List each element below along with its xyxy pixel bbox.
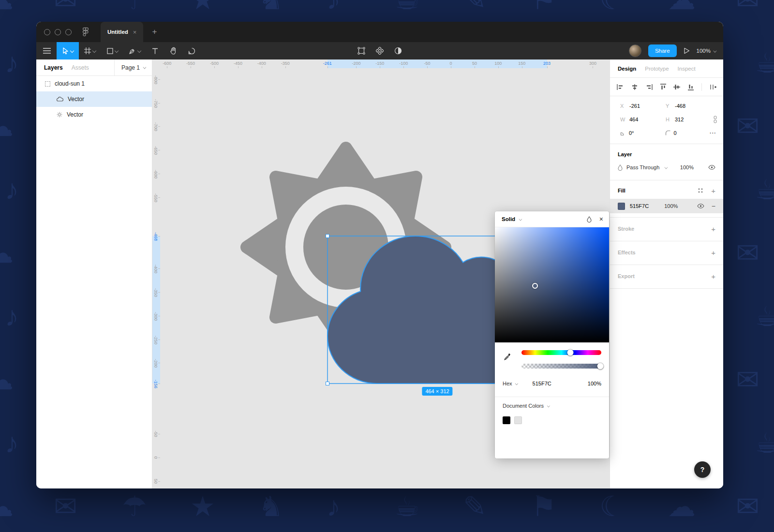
rectangle-icon (107, 48, 113, 54)
comment-tool-button[interactable] (182, 42, 201, 59)
corner-radius-icon (665, 130, 671, 136)
layer-visibility-eye-icon[interactable] (708, 165, 715, 170)
layer-row-cloud[interactable]: Vector (36, 91, 152, 107)
hex-value-input[interactable]: 515F7C (533, 381, 551, 386)
ruler-horizontal[interactable]: -600-550-500-450-400-350-261-200-150-100… (152, 59, 610, 68)
color-format-select[interactable]: Hex (503, 381, 518, 386)
page-selector[interactable]: Page 1 (114, 59, 146, 75)
layer-section: Layer Pass Through 100% (610, 144, 723, 180)
selection-handle-bl[interactable] (326, 382, 329, 385)
pen-tool-button[interactable] (123, 42, 146, 59)
paint-type-select[interactable]: Solid (502, 216, 522, 222)
ruler-label: -300 (153, 312, 158, 320)
menu-button[interactable] (37, 42, 57, 59)
blend-icon[interactable] (587, 216, 592, 222)
wallpaper-glyph-icon: ★ (190, 490, 215, 523)
add-stroke-button[interactable]: + (711, 225, 715, 233)
width-input[interactable]: 464 (629, 117, 638, 122)
tab-inspect[interactable]: Inspect (678, 66, 696, 72)
more-options-button[interactable]: ··· (710, 130, 716, 136)
align-top-icon[interactable] (660, 84, 666, 90)
align-left-icon[interactable] (617, 84, 624, 90)
document-colors-header[interactable]: Document Colors (503, 403, 550, 409)
alpha-slider[interactable] (521, 364, 601, 369)
tidy-up-icon[interactable] (710, 84, 716, 90)
pen-tool-chevron-icon[interactable] (137, 49, 141, 53)
new-tab-button[interactable]: + (152, 27, 157, 37)
add-export-button[interactable]: + (711, 272, 715, 281)
wallpaper-glyph-icon: ☁ (0, 110, 14, 143)
alpha-slider-handle[interactable] (597, 363, 603, 369)
document-color-swatch[interactable] (514, 416, 522, 424)
blend-mode-select[interactable]: Pass Through (626, 164, 659, 170)
layer-opacity-input[interactable]: 100% (680, 164, 694, 170)
share-button[interactable]: Share (648, 44, 677, 57)
ruler-label: 0 (153, 454, 158, 461)
toolbar-right: Share 100% (629, 42, 716, 59)
fill-opacity-input[interactable]: 100% (664, 203, 678, 209)
styles-icon[interactable] (698, 188, 703, 193)
tab-layers[interactable]: Layers (44, 64, 63, 71)
selection-handle-tl[interactable] (326, 235, 329, 238)
window-close-button[interactable] (44, 29, 50, 35)
y-input[interactable]: -468 (675, 103, 685, 109)
hue-slider-handle[interactable] (567, 350, 574, 356)
alignment-toolbar (610, 78, 723, 96)
help-button[interactable]: ? (694, 461, 711, 478)
height-input[interactable]: 312 (675, 117, 684, 122)
shape-tool-button[interactable] (101, 42, 123, 59)
tab-close-icon[interactable]: × (133, 29, 137, 36)
frame-tool-chevron-icon[interactable] (92, 49, 96, 53)
tab-assets[interactable]: Assets (72, 64, 89, 71)
tab-design[interactable]: Design (618, 66, 636, 72)
document-color-swatch[interactable] (503, 416, 510, 424)
align-bottom-icon[interactable] (688, 84, 694, 90)
move-tool-chevron-icon[interactable] (70, 49, 74, 53)
fill-hex-input[interactable]: 515F7C (630, 203, 649, 209)
zoom-level: 100% (697, 48, 711, 54)
picker-opacity-input[interactable]: 100% (588, 381, 601, 386)
corner-radius-input[interactable]: 0 (674, 130, 677, 136)
shape-tool-chevron-icon[interactable] (115, 49, 118, 53)
edit-object-button[interactable] (357, 42, 365, 59)
hue-slider[interactable] (521, 350, 601, 355)
add-effect-button[interactable]: + (711, 249, 715, 257)
main-area: Layers Assets Page 1 cloud-sun 1 Vector … (36, 59, 723, 488)
mask-button[interactable] (394, 42, 402, 59)
window-minimize-button[interactable] (55, 29, 61, 35)
zoom-control[interactable]: 100% (697, 48, 716, 54)
frame-tool-button[interactable] (79, 42, 101, 59)
ruler-label: -350 (281, 61, 290, 66)
rotation-input[interactable]: 0° (629, 130, 634, 136)
design-panel: Design Prototype Inspect X-261 Y-468 (610, 59, 723, 488)
color-picker-handle[interactable] (532, 283, 538, 289)
remove-fill-button[interactable]: − (712, 202, 715, 210)
eyedropper-icon[interactable] (504, 353, 511, 361)
fill-color-swatch[interactable] (618, 203, 625, 210)
layer-name: Vector (68, 96, 84, 103)
stroke-section-title: Stroke (618, 226, 634, 232)
align-h-center-icon[interactable] (631, 84, 638, 90)
ruler-vertical[interactable]: -800-750-700-650-600-550-468-400-350-300… (152, 59, 160, 488)
window-zoom-button[interactable] (65, 29, 72, 35)
hand-tool-button[interactable] (164, 42, 182, 59)
close-icon[interactable]: × (599, 215, 603, 223)
fill-row[interactable]: 515F7C 100% − (610, 199, 723, 213)
x-input[interactable]: -261 (629, 103, 640, 109)
constrain-proportions-toggle[interactable] (713, 116, 717, 124)
align-right-icon[interactable] (646, 84, 653, 90)
text-tool-button[interactable] (146, 42, 164, 59)
align-v-center-icon[interactable] (673, 84, 680, 90)
layer-row-sun[interactable]: Vector (36, 107, 152, 122)
saturation-brightness-area[interactable] (495, 227, 609, 342)
present-button[interactable] (684, 42, 690, 59)
user-avatar[interactable] (629, 44, 641, 57)
move-tool-button[interactable] (57, 42, 79, 59)
fill-visibility-eye-icon[interactable] (697, 204, 704, 208)
effects-section: Effects + (610, 241, 723, 265)
layer-row-frame[interactable]: cloud-sun 1 (36, 76, 152, 91)
create-component-button[interactable] (376, 42, 384, 59)
tab-prototype[interactable]: Prototype (645, 66, 669, 72)
document-tab[interactable]: Untitled × (101, 22, 143, 42)
add-fill-button[interactable]: + (711, 187, 715, 195)
